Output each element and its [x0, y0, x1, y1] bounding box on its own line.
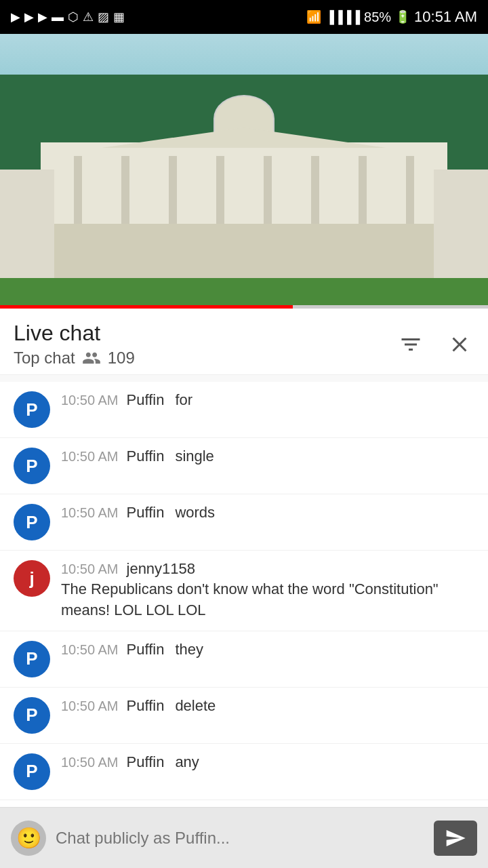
column — [74, 156, 82, 224]
status-bar: ▶ ▶ ▶ ▬ ⬡ ⚠ ▨ ▦ 📶 ▐▐▐▐ 85% 🔋 10:51 AM — [0, 0, 488, 34]
column — [311, 156, 319, 224]
viewers-icon — [82, 349, 101, 368]
chat-message-row: P 10:50 AM Puffin delete — [0, 688, 488, 744]
column — [264, 156, 272, 224]
mastodon-icon: ⬡ — [68, 9, 79, 24]
column — [216, 156, 224, 224]
chat-content: 10:50 AM Puffin delete — [61, 697, 474, 715]
close-button[interactable] — [445, 330, 474, 359]
chat-title-area: Live chat Top chat 109 — [14, 321, 135, 368]
chat-message-row: P 10:50 AM Puffin for — [0, 382, 488, 438]
chat-time: 10:50 AM — [61, 561, 119, 577]
video-player[interactable] — [0, 34, 488, 309]
chat-content: 10:50 AM jenny1158 The Republicans don't… — [61, 560, 474, 621]
send-button[interactable] — [434, 821, 477, 856]
avatar: P — [14, 753, 50, 790]
input-bar: 🙂 — [0, 807, 488, 868]
chat-content: 10:50 AM Puffin for — [61, 391, 474, 409]
chat-message: delete — [175, 697, 216, 715]
chat-message-row: P 10:50 AM Puffin they — [0, 631, 488, 688]
top-chat-row: Top chat 109 — [14, 349, 135, 368]
right-wing — [434, 170, 488, 285]
avatar: P — [14, 391, 50, 428]
video-progress-fill — [0, 305, 293, 309]
chat-message: single — [175, 448, 214, 465]
chat-content: 10:50 AM Puffin they — [61, 641, 474, 658]
chat-message: they — [175, 641, 203, 658]
chat-content: 10:50 AM Puffin single — [61, 448, 474, 465]
chat-time: 10:50 AM — [61, 755, 119, 770]
lawn — [0, 278, 488, 305]
chat-message: The Republicans don't know what the word… — [61, 579, 474, 621]
chat-message-row: P 10:50 AM Puffin words — [0, 494, 488, 551]
chat-input[interactable] — [56, 819, 424, 857]
header-icons — [396, 330, 474, 359]
chat-message-row: P 10:50 AM Puffin any — [0, 744, 488, 800]
status-right-info: 📶 ▐▐▐▐ 85% 🔋 10:51 AM — [306, 8, 477, 26]
live-chat-section: Live chat Top chat 109 — [0, 309, 488, 863]
column — [359, 156, 367, 224]
battery-percentage: 85% — [364, 9, 391, 25]
chat-username: jenny1158 — [127, 560, 196, 578]
yt-icon-2: ▶ — [24, 9, 34, 24]
wifi-icon: 📶 — [306, 9, 321, 24]
filter-icon[interactable] — [396, 330, 426, 359]
avatar: P — [14, 504, 50, 540]
alert-icon: ⚠ — [83, 9, 94, 24]
top-chat-label[interactable]: Top chat — [14, 349, 75, 368]
chat-message: any — [175, 753, 199, 771]
send-icon — [445, 827, 466, 849]
chat-username: Puffin — [127, 391, 165, 409]
live-chat-title: Live chat — [14, 321, 135, 346]
chat-username: Puffin — [127, 504, 165, 521]
viewers-count: 109 — [108, 349, 135, 368]
battery-icon: 🔋 — [395, 9, 410, 24]
chat-time: 10:50 AM — [61, 505, 119, 521]
folder-icon: ▬ — [52, 10, 64, 24]
chat-message: for — [175, 391, 192, 409]
avatar: P — [14, 697, 50, 734]
chat-messages-list: P 10:50 AM Puffin for P 10:50 AM Puffin … — [0, 375, 488, 863]
chat-content: 10:50 AM Puffin any — [61, 753, 474, 771]
chat-message-row: P 10:50 AM Puffin single — [0, 438, 488, 494]
status-left-icons: ▶ ▶ ▶ ▬ ⬡ ⚠ ▨ ▦ — [11, 9, 125, 24]
chat-message-row: j 10:50 AM jenny1158 The Republicans don… — [0, 551, 488, 631]
signal-icon: ▐▐▐▐ — [325, 10, 360, 24]
chat-time: 10:50 AM — [61, 393, 119, 408]
chat-time: 10:50 AM — [61, 698, 119, 714]
column — [406, 156, 414, 224]
chat-username: Puffin — [127, 448, 165, 465]
left-wing — [0, 170, 54, 285]
chat-username: Puffin — [127, 753, 165, 771]
chat-message: words — [175, 504, 215, 521]
emoji-icon: 🙂 — [16, 826, 41, 850]
chat-time: 10:50 AM — [61, 642, 119, 658]
time-display: 10:51 AM — [414, 8, 477, 26]
chat-username: Puffin — [127, 641, 165, 658]
grid-icon: ▦ — [113, 9, 125, 24]
photo-icon: ▨ — [98, 9, 109, 24]
chat-username: Puffin — [127, 697, 165, 715]
avatar: j — [14, 560, 50, 597]
column — [169, 156, 177, 224]
yt-icon-3: ▶ — [38, 9, 47, 24]
avatar: P — [14, 641, 50, 677]
column — [121, 156, 129, 224]
video-progress-bar[interactable] — [0, 305, 488, 309]
columns-row — [41, 142, 447, 224]
live-chat-header: Live chat Top chat 109 — [0, 309, 488, 375]
building-main — [41, 142, 447, 292]
avatar: P — [14, 448, 50, 484]
chat-time: 10:50 AM — [61, 449, 119, 465]
chat-content: 10:50 AM Puffin words — [61, 504, 474, 521]
emoji-button[interactable]: 🙂 — [11, 821, 46, 856]
yt-icon-1: ▶ — [11, 9, 20, 24]
